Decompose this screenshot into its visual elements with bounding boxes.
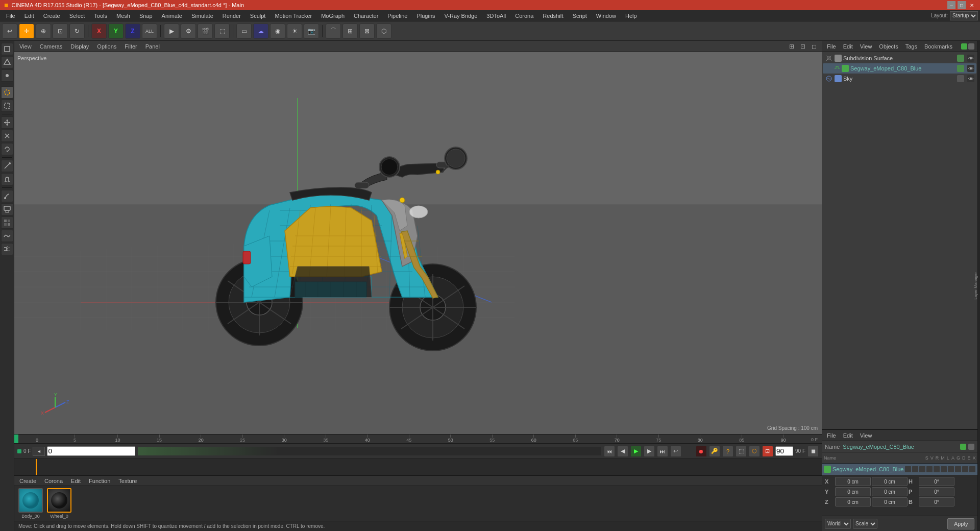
menu-vray[interactable]: V-Ray Bridge	[440, 12, 482, 20]
play-next-button[interactable]: ▶	[644, 446, 655, 457]
nurbs-icon[interactable]: ⊞	[342, 23, 358, 39]
rotate-icon[interactable]	[1, 143, 13, 155]
viewport-fullscreen-icon[interactable]: ⊡	[798, 42, 807, 51]
play-loop-button[interactable]: ↩	[670, 446, 681, 457]
menu-simulate[interactable]: Simulate	[187, 12, 217, 20]
menu-snap[interactable]: Snap	[135, 12, 157, 20]
vp-menu-filter[interactable]: Filter	[122, 42, 139, 51]
x-axis-icon[interactable]: X	[91, 23, 107, 39]
sidebar-tab-layers[interactable]: Layer Manager	[972, 268, 979, 304]
menu-window[interactable]: Window	[592, 12, 620, 20]
z-axis-icon[interactable]: Z	[125, 23, 140, 39]
render-settings-icon[interactable]: ⚙	[181, 23, 196, 39]
menu-select[interactable]: Select	[65, 12, 89, 20]
record-button[interactable]: ⏺	[696, 446, 707, 457]
rectangle-selection-icon[interactable]	[1, 100, 13, 112]
x-rotation-input[interactable]	[919, 477, 954, 486]
menu-help[interactable]: Help	[621, 12, 641, 20]
render-preview-icon[interactable]: ▶	[164, 23, 179, 39]
x-position-input[interactable]	[835, 477, 871, 486]
menu-sculpt[interactable]: Sculpt	[246, 12, 270, 20]
spline-icon[interactable]: ⌒	[326, 23, 341, 39]
y-axis-icon[interactable]: Y	[108, 23, 124, 39]
motion-path-button[interactable]: ⬡	[749, 446, 760, 457]
render-region-icon[interactable]: ⬚	[214, 23, 230, 39]
rotate-tool-icon[interactable]: ↻	[69, 23, 85, 39]
menu-script[interactable]: Script	[569, 12, 591, 20]
move-tool-icon[interactable]: ⊕	[36, 23, 51, 39]
menu-pipeline[interactable]: Pipeline	[383, 12, 411, 20]
undo-icon[interactable]: ↩	[2, 23, 17, 39]
timeline-track[interactable]	[14, 459, 822, 475]
viewport-layout-icon[interactable]: ⊞	[787, 42, 796, 51]
x-size-input[interactable]	[872, 477, 908, 486]
layout-selector[interactable]: Startup	[950, 11, 978, 20]
play-button[interactable]: ▶	[630, 446, 642, 457]
texture-icon[interactable]	[1, 216, 13, 229]
mat-menu-edit[interactable]: Edit	[69, 477, 83, 485]
scale-icon[interactable]	[1, 130, 13, 142]
scale-tool-icon[interactable]: ⊡	[53, 23, 68, 39]
vp-menu-cameras[interactable]: Cameras	[38, 42, 65, 51]
auto-key-button[interactable]: ?	[722, 446, 733, 457]
obj-menu-file[interactable]: File	[825, 42, 838, 51]
obj-menu-bookmarks[interactable]: Bookmarks	[922, 42, 954, 51]
maximize-button[interactable]: □	[958, 1, 966, 9]
coord-menu-file[interactable]: File	[825, 431, 838, 440]
vp-menu-view[interactable]: View	[17, 42, 34, 51]
menu-redshift[interactable]: Redshift	[538, 12, 567, 20]
play-next-end-button[interactable]: ⏭	[657, 446, 668, 457]
mat-menu-texture[interactable]: Texture	[116, 477, 139, 485]
motion-clip-button[interactable]: ⬚	[736, 446, 747, 457]
play-prev-end-button[interactable]: ⏮	[604, 446, 615, 457]
obj-row-sky[interactable]: Sky	[823, 74, 976, 84]
menu-tools[interactable]: Tools	[90, 12, 111, 20]
menu-mesh[interactable]: Mesh	[112, 12, 134, 20]
move-icon[interactable]	[1, 116, 13, 129]
model-mode-icon[interactable]	[1, 43, 13, 55]
subdivision-icon[interactable]: ⊠	[359, 23, 375, 39]
attr-selected-row[interactable]: Segway_eMoped_C80_Blue	[822, 464, 977, 475]
mat-menu-corona[interactable]: Corona	[42, 477, 65, 485]
viewport-3d[interactable]: Z Y X Perspective Grid Spacing : 100 cm	[14, 52, 822, 434]
obj-row-segway[interactable]: Segway_eMoped_C80_Blue	[823, 63, 976, 74]
title-bar-controls[interactable]: – □ ✕	[947, 1, 976, 9]
floor-icon[interactable]: ▭	[236, 23, 252, 39]
current-frame-input[interactable]	[47, 446, 135, 456]
brush-icon[interactable]	[1, 190, 13, 202]
play-prev-button[interactable]: ◀	[617, 446, 628, 457]
vp-menu-options[interactable]: Options	[95, 42, 118, 51]
all-axis-icon[interactable]: ALL	[142, 23, 157, 39]
y-size-input[interactable]	[872, 487, 908, 496]
menu-plugins[interactable]: Plugins	[412, 12, 439, 20]
render-to-picture-viewer-icon[interactable]: 🎬	[198, 23, 213, 39]
obj-menu-edit[interactable]: Edit	[841, 42, 855, 51]
symmetry-icon[interactable]	[1, 243, 13, 255]
obj-row-subdivision[interactable]: Subdivision Surface	[823, 53, 976, 63]
timeline-end-button[interactable]: ◼	[807, 446, 819, 457]
vp-menu-display[interactable]: Display	[68, 42, 91, 51]
coord-menu-edit[interactable]: Edit	[841, 431, 855, 440]
timeline-ruler[interactable]: 0 5 10 15 20 25 30 35 40 45 50 55 60 65 …	[14, 435, 822, 444]
menu-character[interactable]: Character	[350, 12, 382, 20]
scale-selector[interactable]: Scale Size	[853, 519, 877, 529]
menu-file[interactable]: File	[2, 12, 19, 20]
menu-edit[interactable]: Edit	[20, 12, 38, 20]
keyframe-button[interactable]: 🔑	[709, 446, 720, 457]
timeline-settings-button[interactable]: ⊡	[762, 446, 773, 457]
close-button[interactable]: ✕	[968, 1, 976, 9]
live-selection-icon[interactable]	[1, 86, 13, 99]
camera-icon[interactable]: 📷	[304, 23, 319, 39]
menu-render[interactable]: Render	[218, 12, 245, 20]
obj-menu-tags[interactable]: Tags	[903, 42, 919, 51]
redo-icon[interactable]: ✛	[19, 23, 34, 39]
menu-animate[interactable]: Animate	[158, 12, 186, 20]
paint-icon[interactable]	[1, 203, 13, 215]
menu-create[interactable]: Create	[39, 12, 64, 20]
coord-menu-view[interactable]: View	[858, 431, 874, 440]
y-rotation-input[interactable]	[919, 487, 954, 496]
deformer-icon[interactable]: ⬡	[376, 23, 391, 39]
end-frame-input[interactable]	[775, 446, 793, 456]
material-body00[interactable]: Body_00	[18, 488, 43, 519]
light-icon[interactable]: ☀	[287, 23, 302, 39]
